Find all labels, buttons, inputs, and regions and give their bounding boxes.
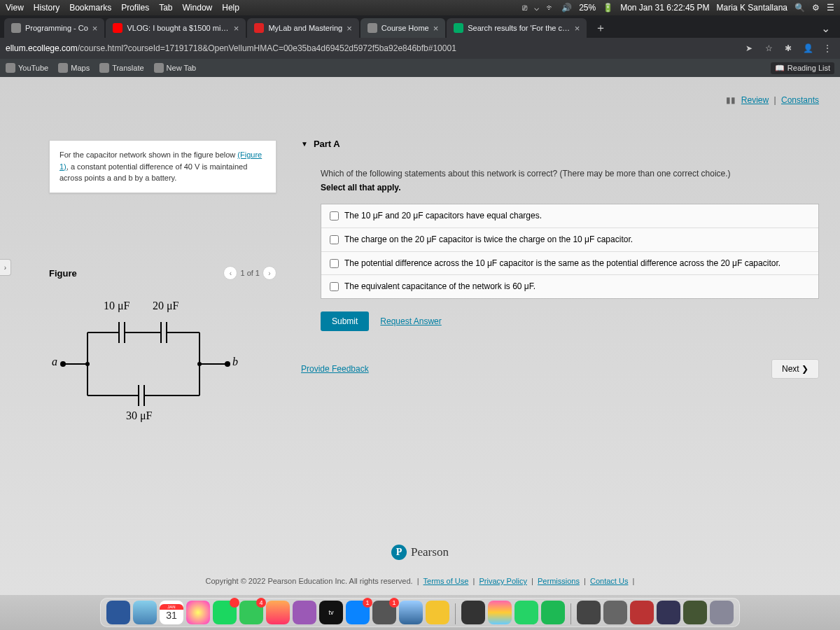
dock-messages-icon[interactable] xyxy=(213,601,237,624)
menu-bookmarks[interactable]: Bookmarks xyxy=(69,3,111,13)
menu-history[interactable]: History xyxy=(34,3,59,13)
choice-3[interactable]: The potential difference across the 10 μ… xyxy=(321,252,818,276)
bookmark-youtube[interactable]: YouTube xyxy=(6,63,48,73)
wifi-icon[interactable]: ᯤ xyxy=(546,3,554,13)
user-name[interactable]: Maria K Santallana xyxy=(717,3,788,13)
new-tab-button[interactable]: ＋ xyxy=(588,18,613,38)
figure-panel: Figure ‹ 1 of 1 › xyxy=(49,266,276,434)
menu-view[interactable]: View xyxy=(6,3,24,13)
terms-link[interactable]: Terms of Use xyxy=(424,577,469,585)
flag-icon[interactable]: ▮▮ xyxy=(726,95,736,105)
bookmark-translate[interactable]: Translate xyxy=(99,63,144,73)
dock-whatsapp-icon[interactable] xyxy=(514,601,538,624)
control-center-icon[interactable]: ⚙ xyxy=(812,3,820,13)
request-answer-link[interactable]: Request Answer xyxy=(380,316,441,326)
tab-title: MyLab and Mastering xyxy=(268,24,342,32)
mac-menubar: View History Bookmarks Profiles Tab Wind… xyxy=(0,0,840,15)
prev-figure-button[interactable]: ‹ xyxy=(223,266,237,280)
share-icon[interactable]: ➤ xyxy=(742,43,756,53)
choice-4[interactable]: The equivalent capacitance of the networ… xyxy=(321,275,818,298)
choice-1-checkbox[interactable] xyxy=(330,211,339,220)
close-icon[interactable]: × xyxy=(92,23,98,34)
address-bar[interactable]: ellum.ecollege.com/course.html?courseId=… xyxy=(6,43,736,53)
tab-programming[interactable]: Programming - Co × xyxy=(4,18,104,38)
bluetooth-icon[interactable]: ⌵ xyxy=(534,3,539,13)
tab-overflow-icon[interactable]: ⌄ xyxy=(816,18,836,38)
dock-appstore-icon[interactable]: 1 xyxy=(346,601,370,624)
tab-title: Programming - Co xyxy=(25,24,88,32)
privacy-link[interactable]: Privacy Policy xyxy=(479,577,526,585)
review-link[interactable]: Review xyxy=(741,95,769,105)
reading-list-button[interactable]: 📖Reading List xyxy=(771,62,834,74)
favicon-icon xyxy=(58,63,68,73)
choice-4-checkbox[interactable] xyxy=(330,282,339,291)
menu-window[interactable]: Window xyxy=(183,3,213,13)
dock-appletv-icon[interactable]: tv xyxy=(319,601,343,624)
dock-trash-icon[interactable] xyxy=(710,601,734,624)
dock-podcasts-icon[interactable] xyxy=(293,601,316,624)
dock-folder-icon[interactable] xyxy=(577,601,601,624)
choice-1-text: The 10 μF and 20 μF capacitors have equa… xyxy=(344,210,810,222)
pearson-brand-text: Pearson xyxy=(411,545,449,559)
tab-course-home[interactable]: Course Home × xyxy=(360,18,445,38)
dock-spotify-icon[interactable] xyxy=(541,601,565,624)
choice-3-text: The potential difference across the 10 μ… xyxy=(344,258,810,270)
clock[interactable]: Mon Jan 31 6:22:45 PM xyxy=(620,3,709,13)
dock-folder-icon[interactable] xyxy=(657,601,680,624)
submit-button[interactable]: Submit xyxy=(321,312,369,331)
choice-2-checkbox[interactable] xyxy=(330,235,339,244)
choice-3-checkbox[interactable] xyxy=(330,259,339,268)
choice-1[interactable]: The 10 μF and 20 μF capacitors have equa… xyxy=(321,204,818,228)
spotlight-icon[interactable]: 🔍 xyxy=(794,3,805,13)
close-icon[interactable]: × xyxy=(346,23,352,34)
star-icon[interactable]: ☆ xyxy=(762,43,776,53)
tab-vlog[interactable]: VLOG: I bought a $1500 mirror × xyxy=(106,18,246,38)
provide-feedback-link[interactable]: Provide Feedback xyxy=(301,364,369,374)
bookmark-maps[interactable]: Maps xyxy=(58,63,90,73)
menu-icon[interactable]: ☰ xyxy=(827,3,834,13)
dock-app-icon[interactable] xyxy=(399,601,423,624)
part-header[interactable]: ▼ Part A xyxy=(301,139,819,149)
close-icon[interactable]: × xyxy=(575,23,580,34)
next-figure-button[interactable]: › xyxy=(262,266,276,280)
bookmark-label: Maps xyxy=(71,64,90,72)
dock-settings-icon[interactable]: 1 xyxy=(372,601,396,624)
browser-tabstrip: Programming - Co × VLOG: I bought a $150… xyxy=(0,15,840,38)
tab-mylab[interactable]: MyLab and Mastering × xyxy=(247,18,358,38)
dock-calendar-icon[interactable]: JAN 31 xyxy=(160,601,183,624)
dock-music-icon[interactable] xyxy=(266,601,290,624)
permissions-link[interactable]: Permissions xyxy=(538,577,580,585)
tab-search-results[interactable]: Search results for 'For the cap × xyxy=(447,18,587,38)
dock-folder-icon[interactable] xyxy=(603,601,627,624)
dock-folder-icon[interactable] xyxy=(683,601,707,624)
dock-app-icon[interactable] xyxy=(488,601,512,624)
constants-link[interactable]: Constants xyxy=(781,95,819,105)
kebab-icon[interactable]: ⋮ xyxy=(820,43,834,53)
dock-word-icon[interactable] xyxy=(106,601,130,624)
menu-profiles[interactable]: Profiles xyxy=(121,3,149,13)
volume-icon[interactable]: 🔊 xyxy=(561,3,572,13)
profile-icon[interactable]: 👤 xyxy=(801,43,815,53)
menu-tab[interactable]: Tab xyxy=(159,3,172,13)
badge-icon: 4 xyxy=(256,598,266,608)
dock-folder-icon[interactable] xyxy=(630,601,654,624)
menu-help[interactable]: Help xyxy=(222,3,239,13)
contact-link[interactable]: Contact Us xyxy=(590,577,628,585)
figure-pager: ‹ 1 of 1 › xyxy=(223,266,276,280)
dock-preview-icon[interactable] xyxy=(133,601,157,624)
part-title: Part A xyxy=(314,139,340,149)
choice-2[interactable]: The charge on the 20 μF capacitor is twi… xyxy=(321,228,818,252)
dock-app-icon[interactable] xyxy=(426,601,449,624)
close-icon[interactable]: × xyxy=(234,23,239,34)
dock-facetime-icon[interactable]: 4 xyxy=(239,601,263,624)
airplay-icon[interactable]: ⎚ xyxy=(522,3,527,13)
next-button[interactable]: Next ❯ xyxy=(771,359,819,379)
bookmark-newtab[interactable]: New Tab xyxy=(154,63,197,73)
dock-app-icon[interactable] xyxy=(461,601,485,624)
extension-icon[interactable]: ✱ xyxy=(781,43,795,53)
close-icon[interactable]: × xyxy=(433,23,439,34)
expand-sidebar-button[interactable]: › xyxy=(0,259,11,276)
dock-photos-icon[interactable] xyxy=(186,601,210,624)
favicon-icon xyxy=(254,23,264,33)
answer-choices: The 10 μF and 20 μF capacitors have equa… xyxy=(321,204,819,299)
